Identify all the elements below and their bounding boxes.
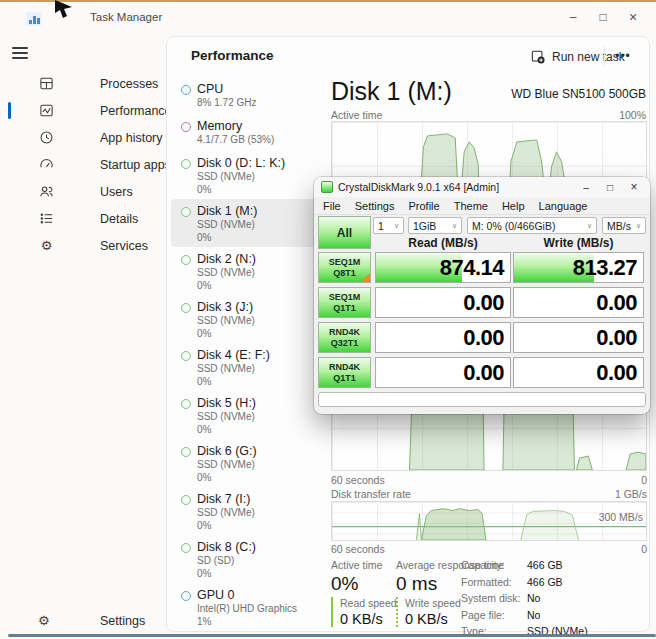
perf-item-disk5[interactable]: Disk 5 (H:)SSD (NVMe)0% bbox=[171, 391, 319, 439]
active-time-label: Active time bbox=[331, 109, 382, 121]
sidebar-item-services[interactable]: ⚙ Services bbox=[0, 232, 164, 259]
sidebar-item-app-history[interactable]: App history bbox=[0, 124, 164, 151]
test-size-dropdown[interactable]: 1GiB∨ bbox=[408, 217, 462, 234]
sidebar-item-label: Services bbox=[100, 239, 148, 253]
perf-sub: SSD (NVMe) bbox=[197, 267, 319, 280]
comment-input[interactable] bbox=[318, 392, 646, 407]
target-drive-dropdown[interactable]: M: 0% (0/466GiB)∨ bbox=[467, 217, 597, 234]
rnd4k-q1t1-button[interactable]: RND4K Q1T1 bbox=[318, 357, 371, 388]
perf-name: Disk 1 (M:) bbox=[197, 204, 319, 219]
disk-status-ring bbox=[181, 543, 191, 553]
perf-item-cpu[interactable]: CPU8% 1.72 GHz bbox=[171, 77, 319, 114]
app-history-icon bbox=[38, 129, 55, 146]
users-icon bbox=[38, 183, 55, 200]
maximize-button[interactable]: □ bbox=[588, 6, 618, 28]
cdm-close-button[interactable]: × bbox=[622, 177, 646, 197]
perf-sub: 0% bbox=[197, 184, 319, 197]
perf-sub: SSD (NVMe) bbox=[197, 411, 319, 424]
test-label-bottom: Q1T1 bbox=[333, 373, 356, 384]
mouse-cursor bbox=[52, 0, 74, 20]
perf-name: Disk 8 (C:) bbox=[197, 540, 319, 555]
all-test-button[interactable]: All bbox=[318, 216, 371, 249]
x-right-label: 0 bbox=[641, 543, 647, 555]
read-speed-value: 0 KB/s bbox=[340, 611, 397, 627]
read-value: 0.00 bbox=[463, 323, 504, 352]
perf-sub: 4.1/7.7 GB (53%) bbox=[197, 134, 319, 147]
perf-name: Disk 5 (H:) bbox=[197, 396, 319, 411]
menu-file[interactable]: File bbox=[316, 200, 348, 212]
chevron-down-icon: ∨ bbox=[632, 222, 641, 230]
active-time-max: 100% bbox=[619, 109, 646, 121]
minimize-button[interactable]: – bbox=[558, 6, 588, 28]
perf-item-disk4[interactable]: Disk 4 (E: F:)SSD (NVMe)0% bbox=[171, 343, 319, 391]
sidebar-item-performance[interactable]: Performance bbox=[0, 97, 164, 124]
perf-sub: 0% bbox=[197, 472, 319, 485]
perf-item-disk3[interactable]: Disk 3 (J:)SSD (NVMe)0% bbox=[171, 295, 319, 343]
transfer-rate-label: Disk transfer rate bbox=[331, 488, 411, 500]
performance-list: CPU8% 1.72 GHz Memory4.1/7.7 GB (53%) Di… bbox=[171, 77, 319, 631]
sidebar-item-label: Details bbox=[100, 212, 138, 226]
property-row: Page file:No bbox=[461, 609, 647, 621]
perf-item-disk1[interactable]: Disk 1 (M:)SSD (NVMe)0% bbox=[171, 199, 319, 247]
sidebar-item-settings[interactable]: ⚙ Settings bbox=[0, 608, 164, 635]
cdm-maximize-button[interactable]: □ bbox=[598, 177, 622, 197]
dropdown-value: 1 bbox=[378, 220, 384, 232]
dropdown-value: 1GiB bbox=[413, 220, 436, 232]
perf-name: Disk 3 (J:) bbox=[197, 300, 319, 315]
property-value: No bbox=[527, 592, 540, 604]
rnd4k-q32t1-button[interactable]: RND4K Q32T1 bbox=[318, 322, 371, 353]
dropdown-value: M: 0% (0/466GiB) bbox=[472, 220, 555, 232]
x-right-label: 0 bbox=[641, 474, 647, 486]
menu-theme[interactable]: Theme bbox=[447, 200, 495, 212]
nav-menu-icon[interactable] bbox=[12, 47, 28, 59]
close-button[interactable]: × bbox=[618, 6, 648, 28]
sidebar-item-startup-apps[interactable]: Startup apps bbox=[0, 151, 164, 178]
menu-help[interactable]: Help bbox=[495, 200, 532, 212]
sidebar-item-processes[interactable]: Processes bbox=[0, 70, 164, 97]
run-new-task-icon bbox=[531, 50, 545, 64]
cpu-status-ring bbox=[181, 85, 191, 95]
sidebar-item-label: Performance bbox=[100, 104, 172, 118]
chevron-down-icon: ∨ bbox=[583, 222, 592, 230]
perf-item-gpu0[interactable]: GPU 0Intel(R) UHD Graphics1% bbox=[171, 583, 319, 631]
cdm-titlebar[interactable]: CrystalDiskMark 9.0.1 x64 [Admin] – □ × bbox=[314, 177, 650, 197]
cdm-minimize-button[interactable]: – bbox=[574, 177, 598, 197]
write-column-header: Write (MB/s) bbox=[513, 236, 644, 250]
seq1m-q1t1-button[interactable]: SEQ1M Q1T1 bbox=[318, 287, 371, 318]
top-border-line bbox=[0, 0, 656, 2]
menu-profile[interactable]: Profile bbox=[401, 200, 446, 212]
test-label-top: RND4K bbox=[329, 362, 360, 373]
disk-status-ring bbox=[181, 495, 191, 505]
menu-language[interactable]: Language bbox=[532, 200, 595, 212]
more-options-button[interactable]: ••• bbox=[610, 46, 636, 66]
perf-sub: SSD (NVMe) bbox=[197, 171, 319, 184]
perf-sub: SSD (NVMe) bbox=[197, 219, 319, 232]
sidebar-item-details[interactable]: Details bbox=[0, 205, 164, 232]
property-label: Page file: bbox=[461, 609, 527, 621]
crystaldiskmark-window: CrystalDiskMark 9.0.1 x64 [Admin] – □ × … bbox=[314, 177, 650, 414]
unit-dropdown[interactable]: MB/s∨ bbox=[602, 217, 646, 234]
perf-item-disk7[interactable]: Disk 7 (I:)SSD (NVMe)0% bbox=[171, 487, 319, 535]
perf-item-disk2[interactable]: Disk 2 (N:)SSD (NVMe)0% bbox=[171, 247, 319, 295]
perf-item-disk0[interactable]: Disk 0 (D: L: K:)SSD (NVMe)0% bbox=[171, 151, 319, 199]
test-label-bottom: Q8T1 bbox=[333, 268, 356, 279]
settings-gear-icon: ⚙ bbox=[38, 613, 50, 628]
dropdown-value: MB/s bbox=[607, 220, 631, 232]
taskmanager-app-icon bbox=[26, 12, 42, 26]
test-count-dropdown[interactable]: 1∨ bbox=[373, 217, 404, 234]
detail-title: Disk 1 (M:) bbox=[331, 77, 452, 106]
property-value: 466 GB bbox=[527, 576, 563, 588]
sidebar-item-users[interactable]: Users bbox=[0, 178, 164, 205]
property-label: Formatted: bbox=[461, 576, 527, 588]
seq1m-q8t1-button[interactable]: SEQ1M Q8T1 bbox=[318, 252, 371, 283]
menu-settings[interactable]: Settings bbox=[348, 200, 402, 212]
disk-status-ring bbox=[181, 255, 191, 265]
disk-properties: Capacity:466 GB Formatted:466 GB System … bbox=[461, 559, 647, 639]
window-title: Task Manager bbox=[90, 11, 162, 23]
perf-item-memory[interactable]: Memory4.1/7.7 GB (53%) bbox=[171, 114, 319, 151]
perf-item-disk6[interactable]: Disk 6 (G:)SSD (NVMe)0% bbox=[171, 439, 319, 487]
perf-name: CPU bbox=[197, 82, 319, 97]
perf-sub: SSD (NVMe) bbox=[197, 507, 319, 520]
taskmanager-titlebar: Task Manager – □ × bbox=[0, 2, 656, 34]
perf-item-disk8[interactable]: Disk 8 (C:)SD (SD)0% bbox=[171, 535, 319, 583]
